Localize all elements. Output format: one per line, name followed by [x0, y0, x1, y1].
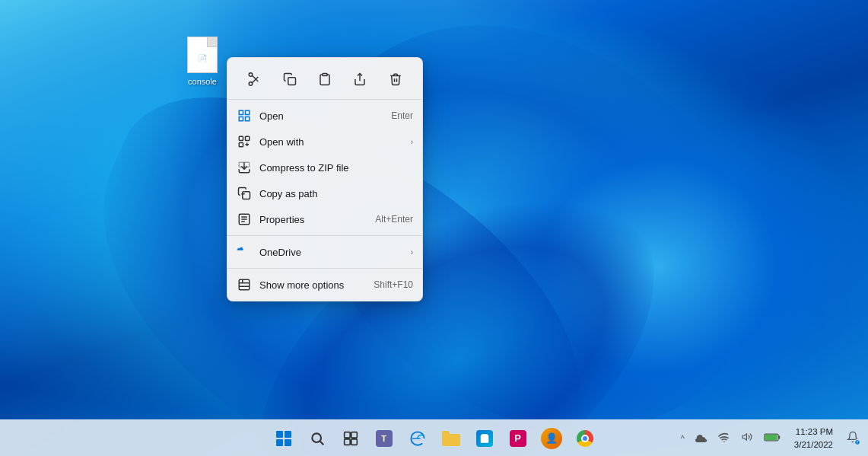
svg-rect-15 — [243, 192, 250, 199]
search-button[interactable] — [302, 423, 332, 454]
svg-rect-34 — [351, 438, 357, 445]
copy-button[interactable] — [276, 65, 304, 93]
onedrive-label: OneDrive — [259, 247, 403, 258]
time-display: 11:23 PM — [796, 426, 833, 438]
menu-divider-1 — [227, 235, 422, 236]
svg-rect-28 — [285, 439, 291, 446]
svg-rect-9 — [239, 117, 243, 121]
menu-item-compress[interactable]: Compress to ZIP file — [227, 155, 422, 180]
svg-rect-21 — [239, 279, 250, 290]
taskview-button[interactable] — [335, 423, 366, 454]
icon-label: console — [185, 76, 220, 87]
cut-button[interactable] — [240, 65, 268, 93]
open-with-label: Open with — [259, 136, 403, 148]
chrome-button[interactable] — [570, 423, 600, 454]
open-with-icon — [237, 134, 252, 149]
open-shortcut: Enter — [391, 110, 413, 121]
menu-item-properties[interactable]: Properties Alt+Enter — [227, 206, 422, 232]
copy-path-icon — [237, 186, 252, 201]
properties-shortcut: Alt+Enter — [375, 214, 413, 225]
svg-rect-27 — [276, 439, 283, 446]
notification-center-button[interactable]: 7 — [844, 429, 862, 447]
desktop — [0, 0, 868, 456]
properties-icon — [237, 212, 252, 227]
taskview-icon — [343, 431, 358, 446]
share-icon — [353, 72, 367, 86]
svg-rect-12 — [246, 136, 250, 140]
open-with-arrow: › — [411, 138, 413, 146]
desktop-icon-console[interactable]: 📄 console — [175, 37, 230, 87]
compress-icon — [237, 160, 252, 175]
wifi-icon[interactable] — [715, 430, 733, 446]
copy-icon — [283, 72, 297, 86]
svg-rect-7 — [239, 110, 243, 114]
copy-path-label: Copy as path — [259, 188, 413, 199]
system-tray: ^ — [678, 420, 868, 456]
clock[interactable]: 11:23 PM 3/21/2022 — [788, 424, 839, 451]
menu-item-onedrive[interactable]: OneDrive › — [227, 239, 422, 265]
taskbar-center: T — [269, 423, 600, 454]
battery-icon[interactable] — [761, 431, 784, 446]
menu-item-show-more[interactable]: Show more options Shift+F10 — [227, 272, 422, 298]
onedrive-arrow: › — [411, 248, 413, 257]
date-display: 3/21/2022 — [794, 438, 833, 451]
svg-rect-11 — [239, 136, 243, 140]
paste-button[interactable] — [311, 65, 339, 93]
svg-rect-32 — [351, 432, 357, 438]
svg-point-0 — [249, 82, 253, 86]
context-toolbar — [227, 61, 422, 100]
teams-button[interactable]: T — [369, 423, 399, 454]
onedrive-icon — [237, 244, 252, 260]
svg-rect-26 — [285, 431, 291, 438]
search-icon — [310, 431, 325, 446]
compress-label: Compress to ZIP file — [259, 162, 413, 174]
taskbar: T — [0, 419, 868, 456]
teams-icon: T — [376, 430, 393, 447]
menu-divider-2 — [227, 268, 422, 269]
menu-item-open-with[interactable]: Open with › — [227, 129, 422, 155]
open-label: Open — [259, 110, 383, 122]
properties-label: Properties — [259, 214, 367, 225]
open-icon — [237, 108, 252, 123]
svg-rect-39 — [765, 434, 777, 439]
paste-icon — [318, 72, 332, 86]
notification-badge-count: 7 — [854, 439, 860, 445]
svg-rect-13 — [239, 143, 243, 147]
svg-point-29 — [312, 433, 321, 442]
show-more-shortcut: Shift+F10 — [374, 279, 413, 290]
svg-rect-33 — [344, 438, 350, 445]
show-hidden-icons-button[interactable]: ^ — [678, 431, 688, 446]
svg-rect-31 — [344, 432, 350, 438]
edge-button[interactable] — [402, 423, 433, 454]
file-explorer-icon — [442, 431, 460, 446]
store-button[interactable] — [469, 423, 500, 454]
svg-rect-5 — [323, 74, 327, 76]
svg-rect-10 — [246, 117, 250, 121]
file-icon: 📄 — [187, 37, 218, 73]
svg-point-1 — [249, 73, 253, 77]
delete-icon — [389, 72, 402, 86]
svg-rect-8 — [246, 110, 250, 114]
cloud-tray-icon[interactable] — [692, 431, 711, 446]
app-p-icon: P — [510, 430, 526, 447]
app-p-button[interactable]: P — [503, 423, 533, 454]
user-avatar-button[interactable]: 👤 — [536, 423, 567, 454]
windows-icon — [275, 430, 292, 447]
svg-rect-25 — [276, 431, 283, 438]
menu-item-open[interactable]: Open Enter — [227, 103, 422, 129]
chrome-icon — [577, 430, 593, 447]
edge-icon — [409, 430, 426, 447]
cut-icon — [247, 72, 261, 86]
user-avatar-icon: 👤 — [541, 428, 562, 449]
svg-rect-38 — [778, 435, 780, 438]
start-button[interactable] — [269, 423, 299, 454]
svg-rect-4 — [288, 78, 295, 85]
svg-marker-36 — [742, 434, 746, 440]
delete-button[interactable] — [382, 65, 409, 93]
file-explorer-button[interactable] — [436, 423, 466, 454]
share-button[interactable] — [346, 65, 374, 93]
context-menu: Open Enter Open with › Compress to ZIP f… — [227, 57, 423, 301]
svg-line-30 — [320, 441, 323, 445]
volume-icon[interactable] — [738, 430, 756, 446]
menu-item-copy-path[interactable]: Copy as path — [227, 180, 422, 206]
